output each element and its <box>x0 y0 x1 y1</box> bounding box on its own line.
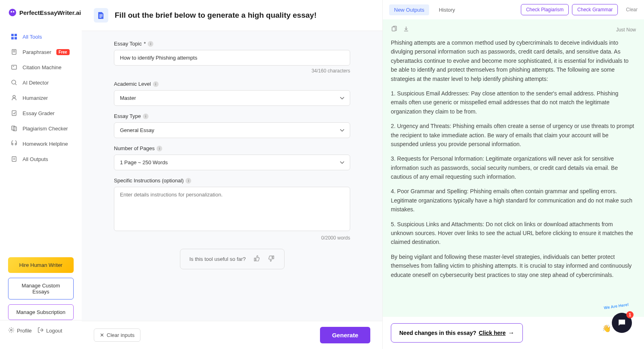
nav-homework[interactable]: Homework Helpline <box>5 136 77 151</box>
check-grammar-button[interactable]: Check Grammar <box>572 4 618 15</box>
pages-group: Number of Pages i 1 Page ~ 250 Words <box>114 145 350 170</box>
svg-point-0 <box>9 9 16 16</box>
sidebar: PerfectEssayWriter.ai All Tools Paraphra… <box>0 0 82 349</box>
output-panel: New Outputs History Check Plagiarism Che… <box>382 0 644 349</box>
copy-icon[interactable] <box>391 26 397 33</box>
manage-essays-button[interactable]: Manage Custom Essays <box>8 278 74 299</box>
svg-line-13 <box>15 84 17 85</box>
info-icon[interactable]: i <box>143 114 149 119</box>
nav-label: AI Detector <box>23 80 49 86</box>
type-select[interactable]: General Essay <box>114 122 350 138</box>
detector-icon <box>10 79 18 86</box>
svg-rect-4 <box>14 34 17 36</box>
output-actions: Check Plagiarism Check Grammar Clear <box>521 4 638 15</box>
pages-select[interactable]: 1 Page ~ 250 Words <box>114 155 350 170</box>
download-icon[interactable] <box>403 26 409 33</box>
brand-text: PerfectEssayWriter.ai <box>19 9 81 16</box>
thumbs-up-icon[interactable] <box>253 255 260 263</box>
clear-label: Clear inputs <box>107 332 134 338</box>
svg-rect-25 <box>392 27 395 31</box>
nav-humanizer[interactable]: Humanizer <box>5 90 77 105</box>
timestamp: Just Now <box>616 27 636 33</box>
nav-label: Paraphraser <box>23 49 52 55</box>
info-icon[interactable]: i <box>153 81 159 87</box>
instructions-word-count: 0/2000 words <box>114 235 350 241</box>
essay-paragraph: 5. Suspicious Links and Attachments: Do … <box>391 220 636 247</box>
svg-rect-24 <box>99 17 101 18</box>
nav-label: Plagiarism Checker <box>23 126 68 132</box>
nav-paraphraser[interactable]: Paraphraser Free <box>5 44 77 60</box>
nav-grader[interactable]: Essay Grader <box>5 105 77 121</box>
nav-label: Citation Machine <box>23 64 62 70</box>
output-body: Just Now Phishing attempts are a common … <box>383 19 644 317</box>
sidebar-buttons: Hire Human Writer Manage Custom Essays M… <box>0 257 82 320</box>
logo-icon <box>8 8 17 17</box>
svg-point-21 <box>10 329 12 331</box>
close-icon: ✕ <box>100 332 104 338</box>
arrow-right-icon: → <box>508 329 514 337</box>
changes-prompt: Need changes in this essay? <box>399 330 476 336</box>
check-plagiarism-button[interactable]: Check Plagiarism <box>521 4 569 15</box>
nav-list: All Tools Paraphraser Free Citation Mach… <box>0 29 82 251</box>
svg-point-2 <box>13 11 14 12</box>
type-group: Essay Type i General Essay <box>114 113 350 138</box>
humanizer-icon <box>10 94 18 101</box>
svg-point-1 <box>10 11 12 12</box>
info-icon[interactable]: i <box>157 146 162 151</box>
form-area: Essay Topic* i 34/160 characters Academi… <box>82 31 382 321</box>
info-icon[interactable]: i <box>148 41 153 47</box>
level-select[interactable]: Master <box>114 90 350 106</box>
tab-history[interactable]: History <box>434 4 460 15</box>
main-header: Fill out the brief below to generate a h… <box>82 0 382 31</box>
tab-new-outputs[interactable]: New Outputs <box>389 4 429 15</box>
chat-widget[interactable]: We Are Here! 👋 1 <box>608 313 632 337</box>
document-page-icon <box>94 8 108 23</box>
clear-output-link[interactable]: Clear <box>626 7 638 12</box>
topic-char-count: 34/160 characters <box>114 68 350 74</box>
homework-icon <box>10 140 18 147</box>
essay-paragraph: 3. Requests for Personal Information: Le… <box>391 154 636 181</box>
nav-all-outputs[interactable]: All Outputs <box>5 151 77 167</box>
instructions-label: Specific Instructions (optional) i <box>114 178 350 184</box>
nav-label: All Tools <box>23 34 42 40</box>
info-icon[interactable]: i <box>186 178 191 184</box>
svg-rect-15 <box>12 111 16 116</box>
pages-label: Number of Pages i <box>114 145 350 151</box>
instructions-group: Specific Instructions (optional) i 0/200… <box>114 178 350 241</box>
essay-paragraph: By being vigilant and following these ma… <box>391 252 636 279</box>
svg-rect-22 <box>99 14 103 15</box>
manage-subscription-button[interactable]: Manage Subscription <box>8 304 74 320</box>
need-changes-box[interactable]: Need changes in this essay? Click here → <box>391 323 523 343</box>
topic-group: Essay Topic* i 34/160 characters <box>114 41 350 74</box>
svg-rect-10 <box>12 65 17 69</box>
feedback-prompt: Is this tool useful so far? <box>189 256 246 262</box>
main-footer: ✕ Clear inputs Generate <box>82 321 382 349</box>
level-group: Academic Level i Master <box>114 81 350 106</box>
topic-input[interactable] <box>114 50 350 66</box>
topic-label: Essay Topic* i <box>114 41 350 47</box>
logout-icon <box>37 327 44 335</box>
clear-inputs-button[interactable]: ✕ Clear inputs <box>94 328 140 342</box>
output-toolbar: Just Now <box>391 26 636 33</box>
brand-logo[interactable]: PerfectEssayWriter.ai <box>0 8 82 29</box>
chat-bubble[interactable]: 1 <box>612 313 632 333</box>
level-label: Academic Level i <box>114 81 350 87</box>
thumbs-down-icon[interactable] <box>268 255 275 263</box>
profile-link[interactable]: Profile <box>8 327 32 335</box>
citation-icon <box>10 64 18 71</box>
nav-ai-detector[interactable]: AI Detector <box>5 75 77 90</box>
wave-icon: 👋 <box>602 324 611 333</box>
logout-link[interactable]: Logout <box>37 327 62 335</box>
profile-label: Profile <box>17 328 32 334</box>
essay-paragraph: 1. Suspicious Email Addresses: Pay close… <box>391 89 636 116</box>
instructions-textarea[interactable] <box>114 187 350 231</box>
grader-icon <box>10 109 18 117</box>
nav-citation[interactable]: Citation Machine <box>5 60 77 75</box>
hire-writer-button[interactable]: Hire Human Writer <box>8 257 74 273</box>
generate-button[interactable]: Generate <box>320 327 370 343</box>
grid-icon <box>10 33 18 40</box>
nav-all-tools[interactable]: All Tools <box>5 29 77 44</box>
nav-plagiarism[interactable]: Plagiarism Checker <box>5 121 77 136</box>
nav-label: Humanizer <box>23 95 48 101</box>
nav-label: Homework Helpline <box>23 141 68 147</box>
